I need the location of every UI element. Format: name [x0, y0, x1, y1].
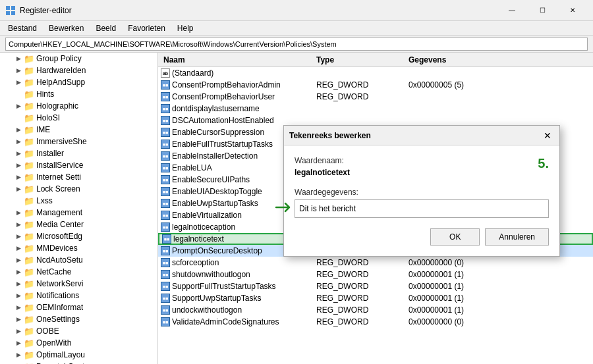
expand-arrow: ▶ [13, 292, 24, 299]
tree-item-notifications[interactable]: ▶ 📁 Notifications [0, 290, 157, 301]
table-row[interactable]: ■■ dontdisplaylastusername [158, 103, 593, 115]
window-controls: — ☐ ✕ [497, 0, 588, 21]
entry-name: EnableCursorSuppression [172, 128, 264, 137]
reg-icon-bin: ■■ [161, 258, 170, 267]
tree-item-oobe[interactable]: ▶ 📁 OOBE [0, 325, 157, 337]
reg-icon-bin: ■■ [161, 116, 170, 125]
folder-icon: 📁 [24, 338, 34, 348]
field-name-label: Waardenaam: [295, 156, 527, 165]
menu-favorieten[interactable]: Favorieten [123, 22, 171, 34]
maximize-button[interactable]: ☐ [527, 0, 557, 21]
entry-name: scforceoption [172, 258, 219, 267]
reg-icon-bin: ■■ [161, 140, 170, 149]
expand-arrow: ▶ [13, 174, 24, 180]
cancel-button[interactable]: Annuleren [485, 228, 549, 246]
menu-beeld[interactable]: Beeld [90, 22, 121, 34]
dialog-buttons: OK Annuleren [295, 228, 549, 246]
tree-item-holosi[interactable]: 📁 HoloSI [0, 112, 157, 124]
table-row[interactable]: ■■ undockwithoutlogon REG_DWORD 0x000000… [158, 304, 593, 316]
menu-bestand[interactable]: Bestand [3, 22, 42, 34]
menu-help[interactable]: Help [172, 22, 199, 34]
address-bar: Computer\HKEY_LOCAL_MACHINE\SOFTWARE\Mic… [0, 36, 593, 53]
table-row[interactable]: ■■ ValidateAdminCodeSignatures REG_DWORD… [158, 316, 593, 328]
dialog-close-button[interactable]: ✕ [541, 129, 554, 142]
entry-name: SupportUwpStartupTasks [172, 294, 261, 303]
expand-arrow: ▶ [13, 340, 24, 346]
table-row[interactable]: ■■ ConsentPromptBehaviorAdmin REG_DWORD … [158, 79, 593, 91]
tree-item-parental-control[interactable]: ▶ 📁 Parental Cont [0, 361, 157, 364]
tree-item-ime[interactable]: ▶ 📁 IME [0, 124, 157, 136]
tree-item-mmdevices[interactable]: ▶ 📁 MMDevices [0, 242, 157, 254]
tree-item-management[interactable]: ▶ 📁 Management [0, 207, 157, 219]
expand-arrow: ▶ [13, 209, 24, 216]
folder-icon: 📁 [24, 161, 34, 170]
reg-icon-bin: ■■ [161, 128, 170, 137]
tree-item-netcache[interactable]: ▶ 📁 NetCache [0, 266, 157, 278]
folder-icon: 📁 [24, 315, 34, 324]
table-row[interactable]: ab (Standaard) [158, 67, 593, 79]
entry-type: REG_DWORD [316, 317, 409, 326]
expand-arrow: ▶ [13, 221, 24, 228]
entry-name: (Standaard) [172, 68, 213, 78]
menu-bewerken[interactable]: Bewerken [43, 22, 89, 34]
entry-name: shutdownwithoutlogon [172, 270, 250, 279]
tree-item-installservice[interactable]: ▶ 📁 InstallService [0, 159, 157, 171]
table-row[interactable]: ■■ SupportFullTrustStartupTasks REG_DWOR… [158, 280, 593, 292]
folder-icon: 📁 [24, 350, 34, 359]
entry-name: DSCAutomationHostEnabled [172, 116, 274, 125]
tree-item-internet-settings[interactable]: ▶ 📁 Internet Setti [0, 171, 157, 183]
ok-button[interactable]: OK [430, 228, 480, 246]
table-row[interactable]: ■■ SupportUwpStartupTasks REG_DWORD 0x00… [158, 292, 593, 304]
entry-name: ConsentPromptBehaviorUser [172, 92, 275, 101]
entry-type: REG_DWORD [316, 294, 409, 303]
tree-item-networkservice[interactable]: ▶ 📁 NetworkServi [0, 278, 157, 290]
svg-rect-0 [6, 6, 10, 10]
folder-icon: 📁 [24, 101, 34, 111]
minimize-button[interactable]: — [497, 0, 527, 21]
close-button[interactable]: ✕ [557, 0, 588, 21]
table-header: Naam Type Gegevens [158, 53, 593, 67]
tree-item-openwith[interactable]: ▶ 📁 OpenWith [0, 337, 157, 349]
tree-item-media-center[interactable]: ▶ 📁 Media Center [0, 219, 157, 230]
entry-name: EnableFullTrustStartupTasks [172, 140, 273, 149]
tree-item-ncdautosetup[interactable]: ▶ 📁 NcdAutoSetu [0, 254, 157, 266]
tree-item-microsoftedge[interactable]: ▶ 📁 MicrosoftEdg [0, 230, 157, 242]
expand-arrow: ▶ [13, 233, 24, 240]
entry-type: REG_DWORD [316, 258, 409, 267]
folder-icon: 📁 [24, 279, 34, 288]
address-input[interactable]: Computer\HKEY_LOCAL_MACHINE\SOFTWARE\Mic… [5, 38, 588, 51]
tree-item-holographic[interactable]: ▶ 📁 Holographic [0, 100, 157, 112]
reg-icon-bin: ■■ [161, 80, 170, 90]
reg-icon-ab: ab [161, 68, 170, 78]
tree-item-oeminformat[interactable]: ▶ 📁 OEMInformat [0, 301, 157, 313]
tree-item-hints[interactable]: 📁 Hints [0, 88, 157, 100]
green-arrow-icon [275, 201, 296, 214]
tree-item-helpandsupp[interactable]: ▶ 📁 HelpAndSupp [0, 76, 157, 88]
table-row[interactable]: ■■ shutdownwithoutlogon REG_DWORD 0x0000… [158, 269, 593, 280]
tree-item-group-policy[interactable]: ▶ 📁 Group Policy [0, 53, 157, 65]
tree-item-lock-screen[interactable]: ▶ 📁 Lock Screen [0, 183, 157, 195]
folder-icon: 📁 [24, 66, 34, 75]
entry-name: ValidateAdminCodeSignatures [172, 317, 279, 326]
svg-rect-2 [6, 11, 10, 15]
folder-icon: 📁 [24, 149, 34, 158]
folder-icon: 📁 [24, 172, 34, 182]
entry-type: REG_DWORD [316, 270, 409, 279]
reg-icon-bin: ■■ [161, 246, 170, 255]
svg-rect-1 [11, 6, 15, 10]
expand-arrow: ▶ [13, 67, 24, 74]
value-data-input[interactable]: Dit is het bericht [295, 199, 549, 218]
reg-icon-bin: ■■ [161, 222, 170, 232]
tree-item-installer[interactable]: ▶ 📁 Installer [0, 147, 157, 159]
window-title: Register-editor [20, 6, 72, 15]
table-row[interactable]: ■■ ConsentPromptBehaviorUser REG_DWORD [158, 91, 593, 103]
tree-item-onesettings[interactable]: ▶ 📁 OneSettings [0, 313, 157, 325]
field-data-label: Waardegegevens: [295, 188, 549, 197]
dialog-body: Waardenaam: legalnoticetext 5. Waardegeg… [284, 145, 559, 256]
entry-name: EnableLUA [172, 163, 212, 172]
table-row[interactable]: ■■ scforceoption REG_DWORD 0x00000000 (0… [158, 257, 593, 269]
tree-item-optimallayout[interactable]: ▶ 📁 OptimalLayou [0, 349, 157, 361]
tree-item-immersiveshe[interactable]: ▶ 📁 ImmersiveShe [0, 136, 157, 147]
tree-item-hardwareident[interactable]: ▶ 📁 HardwareIden [0, 65, 157, 76]
tree-item-lxss[interactable]: 📁 Lxss [0, 195, 157, 207]
